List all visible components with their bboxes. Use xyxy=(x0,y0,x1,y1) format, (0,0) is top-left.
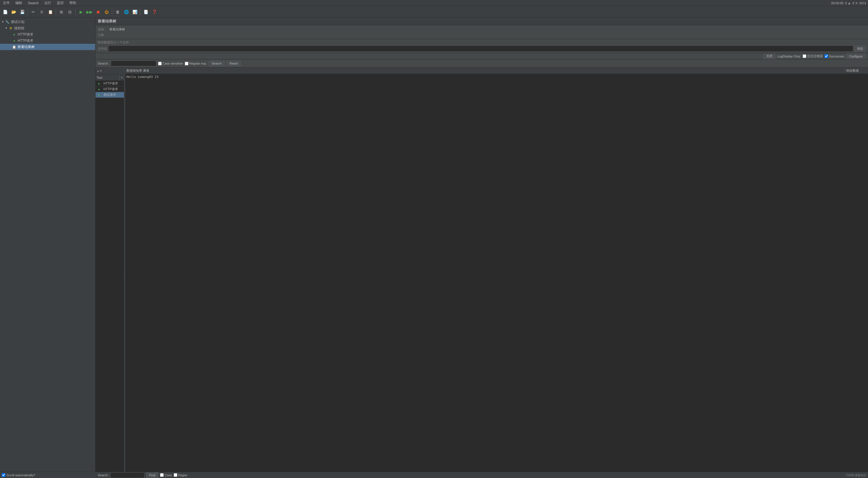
name-row: 名称： 察看结果树 xyxy=(98,26,866,32)
copy-button[interactable]: ⎘ xyxy=(38,8,46,16)
search-button[interactable]: Search xyxy=(209,61,225,66)
errors-count: 0 ✕ xyxy=(852,1,858,5)
watermark: CSDN 奥普利尔 xyxy=(844,473,868,478)
scroll-auto-checkbox[interactable] xyxy=(2,473,5,477)
regular-exp-checkbox[interactable] xyxy=(185,62,188,65)
bottom-search-bar: Search: Find Case Regex xyxy=(95,472,868,478)
timer-display: 00:00:00 xyxy=(831,1,843,5)
bottom-regex-checkbox[interactable] xyxy=(174,473,177,477)
cut-button[interactable]: ✂ xyxy=(29,8,37,16)
panel-title: 察看结果树 xyxy=(98,19,116,24)
case-sensitive-checkbox[interactable] xyxy=(158,62,162,65)
sidebar-item-test-plan[interactable]: ▼ 🔧 测试计划 xyxy=(0,19,95,25)
icon-http2: ● xyxy=(12,38,17,43)
right-options-bar: 关闭 LogDisplay Only: 仅注注错误 Successes Conf… xyxy=(95,53,868,59)
result-row-3[interactable]: ● 测试请求 xyxy=(95,92,124,98)
regular-exp-option[interactable]: Regular exp. xyxy=(185,62,207,65)
expand-button[interactable]: ⊞ xyxy=(57,8,65,16)
results-table-header: Text ▼ xyxy=(95,74,124,81)
bottom-regex-option[interactable]: Regex xyxy=(174,473,187,477)
bottom-search-label: Search: xyxy=(98,474,108,477)
result-row-1[interactable]: ● HTTP请求 xyxy=(95,81,124,86)
menu-help[interactable]: 帮助 xyxy=(68,0,77,6)
bottom-case-checkbox[interactable] xyxy=(160,473,164,477)
close-results-button[interactable]: 关闭 xyxy=(763,54,776,59)
run-button[interactable]: ▶ xyxy=(77,8,85,16)
file-row: 文件名 浏览 xyxy=(98,46,866,52)
regular-exp-label: Regular exp. xyxy=(189,62,207,65)
successes-checkbox[interactable] xyxy=(825,54,828,58)
tree-container: ▼ 🔧 测试计划 ▼ ⚙ 线程组 ▶ ● HTTP请求 ▶ ● HTTP请求 xyxy=(0,18,95,478)
successes-option[interactable]: Successes xyxy=(825,54,844,58)
reset-button[interactable]: Reset xyxy=(226,61,241,66)
shutdown-button[interactable]: ⏻ xyxy=(102,8,111,16)
content-split: ▲▼ Text ▼ ● HTTP请求 ● xyxy=(95,68,868,478)
sidebar-item-thread-group[interactable]: ▼ ⚙ 线程组 xyxy=(0,25,95,31)
result-label-1: HTTP请求 xyxy=(102,81,119,86)
file-section: 将有数据写入一个文件 文件名 浏览 xyxy=(95,39,868,53)
toolbar: 📄 📂 💾 ✂ ⎘ 📋 ⊞ ⊟ ▶ ▶▶ ⏹ ⏻ 🗑 🌐 📊 📑 ❓ xyxy=(0,6,868,18)
bottom-search-input[interactable] xyxy=(110,472,144,478)
log-content-text: Hello sumeng03 23 xyxy=(126,75,159,79)
toolbar-sep-5 xyxy=(140,8,141,16)
clear-button[interactable]: 🗑 xyxy=(114,8,122,16)
results-toolbar: ▲▼ xyxy=(95,68,124,74)
result-label-2: HTTP请求 xyxy=(102,87,119,91)
template-button[interactable]: 📑 xyxy=(142,8,150,16)
save-button[interactable]: 💾 xyxy=(18,8,26,16)
bottom-regex-label: Regex xyxy=(178,474,187,477)
search-row: Search: Case sensitive Regular exp. Sear… xyxy=(98,61,866,66)
comment-row: 注释： xyxy=(98,32,866,38)
search-section: Search: Case sensitive Regular exp. Sear… xyxy=(95,59,868,68)
run-no-pause-button[interactable]: ▶▶ xyxy=(86,8,94,16)
help-button[interactable]: ❓ xyxy=(150,8,158,16)
sidebar-item-http1[interactable]: ▶ ● HTTP请求 xyxy=(0,31,95,37)
stop-button[interactable]: ⏹ xyxy=(94,8,102,16)
log-header-row: 数据错包率 通者 响应数据 xyxy=(125,68,868,74)
right-log-pane: 数据错包率 通者 响应数据 Hello sumeng03 23 xyxy=(125,68,868,478)
only-errors-option[interactable]: 仅注注错误 xyxy=(803,54,823,58)
results-body: ● HTTP请求 ● HTTP请求 ● 测试请求 xyxy=(95,81,124,478)
open-button[interactable]: 📂 xyxy=(10,8,18,16)
col-result-header: 响应数据 xyxy=(846,68,859,73)
icon-test-plan: 🔧 xyxy=(5,20,10,24)
log-display-label: LogDisplay Only: xyxy=(777,55,801,58)
warnings-count: 0 ▲ xyxy=(845,1,851,5)
menu-search[interactable]: Search xyxy=(27,1,40,6)
top-right-status: 00:00:00 0 ▲ 0 ✕ 0/3 ℹ xyxy=(829,0,868,6)
case-sensitive-option[interactable]: Case sensitive xyxy=(158,62,183,65)
main-layout: ▼ 🔧 测试计划 ▼ ⚙ 线程组 ▶ ● HTTP请求 ▶ ● HTTP请求 xyxy=(0,18,868,478)
report-button[interactable]: 📊 xyxy=(131,8,139,16)
scroll-auto-label: Scroll automatically? xyxy=(6,474,35,477)
menu-edit[interactable]: 编辑 xyxy=(14,0,23,6)
search-input[interactable] xyxy=(111,61,156,66)
file-section-label: 将有数据写入一个文件 xyxy=(98,40,866,44)
sidebar-item-http2[interactable]: ▶ ● HTTP请求 xyxy=(0,37,95,44)
menu-bar: 文件 编辑 Search 运行 监控 帮助 00:00:00 0 ▲ 0 ✕ 0… xyxy=(0,0,868,6)
only-errors-checkbox[interactable] xyxy=(803,54,806,58)
result-icon-1: ● xyxy=(97,81,101,86)
collapse-button[interactable]: ⊟ xyxy=(66,8,74,16)
menu-run[interactable]: 运行 xyxy=(43,0,52,6)
remote-start-button[interactable]: 🌐 xyxy=(122,8,130,16)
only-errors-label: 仅注注错误 xyxy=(807,54,823,58)
find-button[interactable]: Find xyxy=(146,472,158,478)
configure-button[interactable]: Configure xyxy=(846,54,866,59)
new-button[interactable]: 📄 xyxy=(1,8,9,16)
bottom-case-option[interactable]: Case xyxy=(160,473,172,477)
case-sensitive-label: Case sensitive xyxy=(162,62,183,65)
toolbar-sep-4 xyxy=(112,8,112,16)
menu-monitor[interactable]: 监控 xyxy=(56,0,65,6)
icon-results-tree: 📋 xyxy=(12,44,17,49)
scroll-auto-bar: Scroll automatically? xyxy=(0,472,95,478)
left-results-pane: ▲▼ Text ▼ ● HTTP请求 ● xyxy=(95,68,124,478)
result-icon-2: ● xyxy=(97,87,101,92)
file-name-input[interactable] xyxy=(108,46,853,52)
sidebar-item-results-tree[interactable]: ▶ 📋 察看结果树 xyxy=(0,44,95,50)
menu-file[interactable]: 文件 xyxy=(2,0,11,6)
result-row-2[interactable]: ● HTTP请求 xyxy=(95,86,124,92)
browse-button[interactable]: 浏览 xyxy=(855,46,866,52)
paste-button[interactable]: 📋 xyxy=(46,8,54,16)
name-label: 名称： xyxy=(98,27,107,32)
panel-header: 察看结果树 xyxy=(95,18,868,25)
